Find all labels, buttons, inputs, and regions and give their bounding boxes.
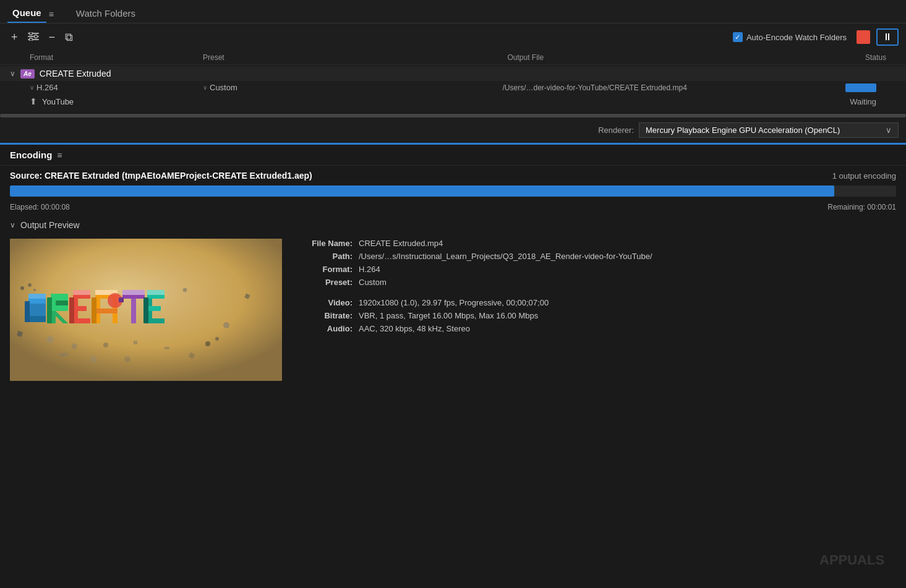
svg-rect-34 [122,290,145,295]
preset-info-label: Preset: [297,278,359,287]
queue-item-group: ∨ Ae CREATE Extruded ∨ H.264 ∨ Custom /U… [0,65,906,110]
renderer-bar: Renderer: Mercury Playback Engine GPU Ac… [0,117,906,143]
svg-rect-39 [143,297,148,323]
encoding-panel: Encoding ≡ Source: CREATE Extruded (tmpA… [0,145,906,386]
svg-rect-32 [131,299,136,323]
queue-item-name[interactable]: CREATE Extruded [40,69,111,79]
col-preset: Preset [203,53,508,62]
svg-point-4 [34,35,37,38]
remaining-time: Remaining: 00:00:01 [827,203,896,211]
auto-encode-checkbox[interactable]: ✓ [733,32,743,42]
format-value: H.264 [36,83,58,92]
info-row-filename: File Name: CREATE Extruded.mp4 [297,239,896,248]
svg-rect-11 [25,301,30,322]
info-row-bitrate: Bitrate: VBR, 1 pass, Target 16.00 Mbps,… [297,311,896,320]
renderer-label: Renderer: [598,126,634,135]
svg-rect-27 [95,309,118,313]
tab-queue[interactable]: Queue [7,5,46,23]
path-label: Path: [297,252,359,261]
svg-rect-40 [147,290,165,295]
svg-rect-12 [28,294,46,299]
encoding-menu-icon[interactable]: ≡ [57,150,62,160]
tab-bar: Queue ≡ Watch Folders [0,0,906,23]
info-row-preset: Preset: Custom [297,278,896,287]
queue-upload-row: ⬆ YouTube Waiting [0,94,906,109]
remove-item-button[interactable]: − [45,30,59,44]
svg-rect-23 [73,290,90,295]
audio-value: AAC, 320 kbps, 48 kHz, Stereo [359,324,896,333]
pause-button[interactable]: ⏸ [876,28,899,46]
ae-badge: Ae [20,69,35,79]
svg-rect-28 [92,297,96,323]
format-chevron-icon: ∨ [30,84,34,91]
auto-encode-label: ✓ Auto-Encode Watch Folders [733,32,847,42]
svg-rect-33 [119,297,124,302]
preset-cell: ∨ Custom [203,83,503,92]
info-row-path: Path: /Users/…s/Instructional_Learn_Proj… [297,252,896,261]
video-label: Video: [297,298,359,307]
add-item-button[interactable]: + [7,30,22,44]
encoding-header: Encoding ≡ [0,145,906,166]
svg-point-47 [33,289,36,291]
output-path-text: /Users/…der-video-for-YouTube/CREATE Ext… [503,83,687,92]
progress-bar-fill [10,185,834,197]
svg-rect-15 [56,300,68,305]
progress-container [0,185,906,197]
svg-rect-17 [47,297,52,323]
upload-status: Waiting [850,97,876,106]
queue-menu-icon[interactable]: ≡ [49,9,54,19]
renderer-select[interactable]: Mercury Playback Engine GPU Acceleration… [639,122,899,138]
svg-rect-22 [69,297,74,323]
output-preview-header[interactable]: ∨ Output Preview [0,216,906,234]
info-row-audio: Audio: AAC, 320 kbps, 48 kHz, Stereo [297,324,896,333]
duplicate-button[interactable]: ⧉ [61,30,77,44]
svg-rect-38 [147,318,165,323]
upload-icon: ⬆ [30,96,37,106]
upload-label[interactable]: YouTube [42,97,74,106]
svg-rect-37 [147,306,161,311]
source-text: Source: CREATE Extruded (tmpAEtoAMEProje… [10,171,312,181]
svg-rect-10 [28,316,46,322]
preset-dropdown[interactable]: ∨ Custom [203,83,237,92]
preview-info: File Name: CREATE Extruded.mp4 Path: /Us… [297,239,896,381]
table-header: Format Preset Output File Status [0,51,906,65]
format-cell: ∨ H.264 [30,83,203,92]
info-spacer [297,291,896,294]
queue-row-main: ∨ Ae CREATE Extruded [0,66,906,81]
encoding-progress-bar [845,83,876,92]
col-output-file: Output File [508,53,813,62]
preview-thumbnail [10,239,282,381]
settings-icon [28,32,39,41]
info-row-format: Format: H.264 [297,265,896,274]
svg-point-45 [20,286,24,290]
format-label: Format: [297,265,359,274]
file-name-value: CREATE Extruded.mp4 [359,239,896,248]
svg-point-5 [29,38,32,41]
settings-button[interactable] [24,30,43,44]
audio-label: Audio: [297,324,359,333]
bitrate-label: Bitrate: [297,311,359,320]
video-value: 1920x1080 (1.0), 29.97 fps, Progressive,… [359,298,896,307]
svg-rect-20 [73,306,87,311]
format-dropdown[interactable]: ∨ H.264 [30,83,58,92]
output-path-cell[interactable]: /Users/…der-video-for-YouTube/CREATE Ext… [503,83,803,92]
source-row: Source: CREATE Extruded (tmpAEtoAMEProje… [0,166,906,185]
output-count: 1 output encoding [832,171,896,181]
stop-button[interactable] [857,30,870,44]
tab-watch-folders[interactable]: Watch Folders [69,6,143,22]
progress-bar-bg [10,185,896,197]
format-value-info: H.264 [359,265,896,274]
queue-panel: Queue ≡ Watch Folders + − ⧉ ✓ Auto-Encod… [0,0,906,145]
expand-chevron-icon[interactable]: ∨ [10,69,15,78]
svg-point-43 [223,322,229,328]
preset-value: Custom [210,83,237,92]
queue-scrollbar[interactable] [0,113,906,117]
svg-rect-21 [73,318,90,323]
svg-rect-52 [134,341,137,344]
bitrate-value: VBR, 1 pass, Target 16.00 Mbps, Max 16.0… [359,311,896,320]
file-name-label: File Name: [297,239,359,248]
preset-info-value: Custom [359,278,896,287]
output-preview-body: File Name: CREATE Extruded.mp4 Path: /Us… [0,234,906,386]
svg-point-48 [205,341,210,346]
svg-point-53 [103,343,108,347]
